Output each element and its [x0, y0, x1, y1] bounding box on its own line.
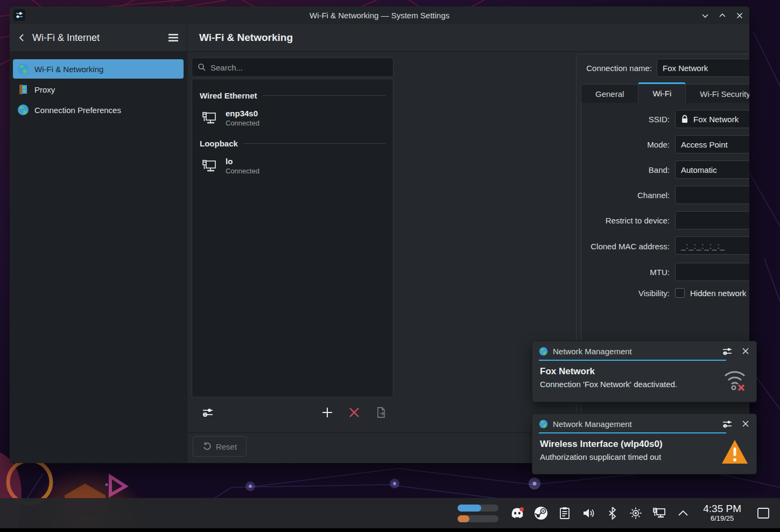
- add-connection-icon[interactable]: [321, 406, 334, 419]
- taskbar: 4:35 PM 6/19/25: [0, 498, 780, 528]
- mode-combobox[interactable]: Access Point: [675, 135, 749, 153]
- ssid-combobox[interactable]: Fox Network: [675, 110, 749, 128]
- notification-body: Fox Network Connection 'Fox Network' dea…: [532, 361, 756, 398]
- notification-close-icon[interactable]: [741, 347, 750, 355]
- cloned-mac-input[interactable]: [681, 241, 749, 250]
- maximize-button[interactable]: [718, 11, 727, 20]
- globe-icon: [539, 419, 548, 429]
- configure-connection-icon[interactable]: [201, 406, 214, 419]
- notification-message: Authorization supplicant timed out: [540, 452, 715, 461]
- connection-item-enp34s0[interactable]: enp34s0 Connected: [199, 106, 387, 135]
- notification-app-name: Network Management: [553, 419, 717, 429]
- connection-name-row: Connection name:: [577, 59, 749, 77]
- tab-bar: General Wi-Fi Wi-Fi Security IPv4 IPv6: [581, 84, 749, 104]
- hidden-network-checkbox-label: Hidden network: [690, 289, 746, 298]
- sidebar: Wi-Fi & Networking Proxy: [10, 52, 187, 463]
- connection-name-input[interactable]: [657, 59, 749, 77]
- reset-button-label: Reset: [216, 442, 237, 451]
- sidebar-item-connection-preferences[interactable]: Connection Preferences: [13, 100, 184, 120]
- group-header-wired: Wired Ethernet: [200, 91, 385, 100]
- notification-message: Connection 'Fox Network' deactivated.: [540, 380, 715, 389]
- desktop: Wi-Fi & Networking — System Settings Wi: [0, 0, 780, 532]
- tab-general[interactable]: General: [581, 84, 638, 103]
- delete-connection-icon[interactable]: [348, 406, 361, 419]
- band-label: Band:: [584, 165, 670, 174]
- hidden-network-checkbox[interactable]: [675, 288, 685, 298]
- sidebar-item-proxy[interactable]: Proxy: [13, 80, 184, 99]
- connection-list: Wired Ethernet enp34s0 Conne: [192, 79, 393, 397]
- bluetooth-icon[interactable]: [605, 506, 619, 520]
- band-value: Automatic: [681, 165, 749, 174]
- brightness-slider[interactable]: [458, 515, 498, 522]
- connection-name-label: Connection name:: [577, 64, 652, 73]
- connection-list-toolbar: [192, 402, 393, 423]
- restrict-to-device-combobox[interactable]: [675, 211, 749, 229]
- tray-sliders[interactable]: [458, 505, 498, 522]
- expand-tray-icon[interactable]: [676, 506, 690, 520]
- notification-fox-network[interactable]: Network Management Fox Network Connectio…: [532, 341, 757, 402]
- search-icon: [198, 63, 206, 72]
- notification-header: Network Management: [532, 414, 756, 432]
- cloned-mac-input-wrap: [675, 236, 749, 255]
- search-box[interactable]: [192, 58, 393, 77]
- notification-title: Fox Network: [540, 366, 715, 377]
- notification-close-icon[interactable]: [741, 419, 750, 428]
- mtu-value: Automatic: [681, 268, 749, 277]
- brightness-icon[interactable]: [629, 506, 643, 520]
- mode-label: Mode:: [584, 140, 670, 149]
- globe-icon: [17, 63, 29, 75]
- connection-item-lo[interactable]: lo Connected: [199, 153, 387, 183]
- minimize-button[interactable]: [701, 11, 709, 20]
- sidebar-item-wifi-networking[interactable]: Wi-Fi & Networking: [13, 59, 184, 79]
- system-tray: 4:35 PM 6/19/25: [458, 498, 770, 528]
- cloned-mac-label: Cloned MAC address:: [584, 242, 670, 251]
- clipboard-icon[interactable]: [558, 506, 572, 520]
- notification-settings-icon[interactable]: [722, 419, 733, 429]
- volume-slider[interactable]: [458, 505, 498, 512]
- hamburger-menu-icon[interactable]: [167, 33, 179, 43]
- restrict-to-device-label: Restrict to device:: [584, 216, 670, 225]
- system-settings-app-icon: [13, 9, 25, 21]
- sidebar-header: Wi-Fi & Internet: [10, 24, 187, 51]
- mode-value: Access Point: [681, 140, 749, 149]
- header-row: Wi-Fi & Internet Wi-Fi & Networking: [10, 24, 749, 52]
- screen-bottom-strip: [0, 528, 780, 532]
- notification-header: Network Management: [532, 341, 756, 360]
- back-icon[interactable]: [17, 33, 27, 43]
- reset-button[interactable]: Reset: [193, 436, 247, 457]
- export-connection-icon[interactable]: [375, 406, 388, 419]
- discord-icon[interactable]: [510, 506, 524, 520]
- wifi-disconnected-icon: [721, 366, 749, 391]
- notification-settings-icon[interactable]: [722, 346, 733, 356]
- globe-icon: [539, 347, 548, 356]
- steam-icon[interactable]: [534, 506, 548, 520]
- sidebar-item-label: Proxy: [34, 85, 55, 94]
- close-button[interactable]: [735, 11, 744, 20]
- mtu-spinbox[interactable]: Automatic: [675, 263, 749, 281]
- titlebar[interactable]: Wi-Fi & Networking — System Settings: [10, 6, 749, 24]
- window-title: Wi-Fi & Networking — System Settings: [10, 11, 749, 20]
- tab-wifi[interactable]: Wi-Fi: [638, 82, 686, 103]
- lock-icon: [681, 115, 688, 123]
- volume-icon[interactable]: [581, 506, 595, 520]
- notification-app-name: Network Management: [553, 347, 717, 356]
- connection-status: Connected: [226, 167, 259, 175]
- connection-name: enp34s0: [226, 109, 259, 118]
- ssid-label: SSID:: [584, 115, 670, 124]
- connection-name: lo: [226, 157, 259, 166]
- tab-wifi-security[interactable]: Wi-Fi Security: [685, 84, 749, 103]
- sidebar-item-label: Wi-Fi & Networking: [34, 65, 103, 74]
- clock-time: 4:35 PM: [703, 503, 741, 515]
- show-desktop-icon[interactable]: [756, 506, 770, 520]
- sidebar-header-title: Wi-Fi & Internet: [32, 32, 167, 44]
- search-input[interactable]: [210, 63, 388, 72]
- ssid-value: Fox Network: [693, 115, 749, 124]
- band-combobox[interactable]: Automatic: [675, 160, 749, 179]
- clock[interactable]: 4:35 PM 6/19/25: [703, 503, 741, 522]
- notification-wireless-interface[interactable]: Network Management Wireless Interface (w…: [532, 414, 757, 474]
- connection-status: Connected: [226, 119, 259, 127]
- network-icon[interactable]: [652, 506, 666, 520]
- main-header: Wi-Fi & Networking: [187, 24, 749, 51]
- group-title: Wired Ethernet: [200, 91, 257, 100]
- notification-body: Wireless Interface (wlp40s0) Authorizati…: [532, 433, 756, 472]
